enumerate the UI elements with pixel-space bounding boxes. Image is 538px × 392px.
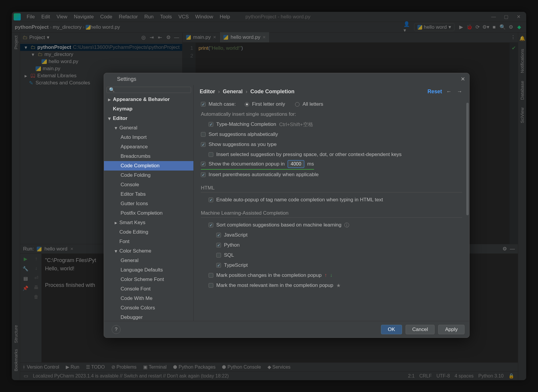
settings-search-input[interactable]: 🔍: [106, 87, 191, 93]
cat-smart-keys[interactable]: ▸Smart Keys: [104, 218, 193, 227]
crumb-editor[interactable]: Editor: [200, 89, 215, 95]
settings-breadcrumb: Editor › General › Code Completion Reset…: [194, 85, 469, 98]
checkbox-ml-sql[interactable]: [216, 253, 221, 258]
cat-cs-cwm[interactable]: Code With Me: [104, 294, 193, 303]
label-show-doc-pre: Show the documentation popup in: [209, 161, 285, 167]
nav-back-icon[interactable]: ←: [445, 89, 453, 95]
checkbox-show-doc[interactable]: [201, 162, 206, 166]
cat-appearance2[interactable]: Appearance: [104, 142, 193, 152]
app-logo-icon: [108, 76, 114, 82]
cat-cs-console-font[interactable]: Console Font: [104, 284, 193, 294]
label-type-matching: Type-Matching Completion: [216, 121, 276, 127]
cat-code-completion[interactable]: Code Completion: [104, 161, 193, 171]
settings-tree: 🔍 ▸Appearance & Behavior Keymap ▾Editor …: [104, 85, 194, 321]
cat-editor[interactable]: ▾Editor: [104, 114, 193, 123]
checkbox-mark-position[interactable]: [209, 273, 213, 278]
label-insert-selected: Insert selected suggestion by pressing s…: [216, 152, 402, 158]
section-ml: Machine Learning-Assisted Completion: [201, 210, 462, 218]
label-show-suggestions: Show suggestions as you type: [209, 142, 277, 147]
cat-postfix[interactable]: Postfix Completion: [104, 208, 193, 218]
label-ml-js: JavaScript: [224, 232, 247, 238]
dialog-footer: ? OK Cancel Apply: [104, 321, 469, 338]
cat-cs-font[interactable]: Color Scheme Font: [104, 275, 193, 284]
cat-code-editing[interactable]: Code Editing: [104, 227, 193, 237]
dialog-titlebar: Settings ✕: [104, 73, 469, 85]
scrollbar-thumb[interactable]: [466, 103, 469, 215]
search-icon: 🔍: [109, 87, 115, 93]
checkbox-match-case[interactable]: [201, 102, 206, 107]
settings-content: Match case: First letter only All letter…: [194, 98, 469, 321]
label-mark-relevant: Mark the most relevant item in the compl…: [216, 282, 333, 288]
label-html-popup: Enable auto-popup of tag name code compl…: [216, 197, 383, 203]
checkbox-insert-selected[interactable]: [209, 152, 213, 157]
cat-cs-console-colors[interactable]: Console Colors: [104, 303, 193, 313]
cat-breadcrumbs[interactable]: Breadcrumbs: [104, 152, 193, 161]
hint-type-matching: Ctrl+Shift+空格: [279, 121, 313, 128]
cat-console[interactable]: Console: [104, 180, 193, 189]
label-ml-py: Python: [224, 242, 240, 248]
cat-general[interactable]: ▾General: [104, 123, 193, 133]
nav-forward-icon: →: [456, 89, 463, 95]
checkbox-html-popup[interactable]: [209, 197, 213, 202]
checkbox-ml-sort[interactable]: [209, 223, 213, 227]
label-all-letters: All letters: [302, 101, 323, 107]
cat-font[interactable]: Font: [104, 237, 193, 246]
help-icon[interactable]: ⓘ: [344, 222, 349, 229]
cat-cs-general[interactable]: General: [104, 256, 193, 265]
cat-gutter[interactable]: Gutter Icons: [104, 199, 193, 208]
cat-appearance[interactable]: ▸Appearance & Behavior: [104, 95, 193, 104]
checkbox-sort-alpha[interactable]: [201, 132, 206, 137]
label-mark-position: Mark position changes in the completion …: [216, 272, 321, 278]
cat-color-scheme[interactable]: ▾Color Scheme: [104, 246, 193, 256]
cat-keymap[interactable]: Keymap: [104, 104, 193, 114]
apply-button[interactable]: Apply: [438, 325, 465, 334]
label-ml-ts: TypeScript: [224, 262, 248, 268]
label-ml-sql: SQL: [224, 252, 234, 258]
checkbox-type-matching[interactable]: [209, 122, 213, 127]
crumb-code-completion: Code Completion: [250, 89, 294, 95]
cat-code-folding[interactable]: Code Folding: [104, 171, 193, 180]
label-insert-paren: Insert parentheses automatically when ap…: [209, 172, 318, 178]
cancel-button[interactable]: Cancel: [406, 325, 435, 334]
radio-first-letter[interactable]: [245, 102, 249, 107]
label-sort-alpha: Sort suggestions alphabetically: [209, 131, 278, 137]
crumb-general[interactable]: General: [223, 89, 243, 95]
label-show-doc-post: ms: [307, 161, 314, 167]
dialog-title: Settings: [117, 76, 136, 82]
checkbox-ml-py[interactable]: [216, 243, 221, 248]
help-button[interactable]: ?: [112, 325, 121, 334]
reset-button[interactable]: Reset: [427, 89, 442, 95]
cat-editor-tabs[interactable]: Editor Tabs: [104, 189, 193, 199]
label-first-letter: First letter only: [252, 101, 285, 107]
checkbox-ml-ts[interactable]: [216, 263, 221, 268]
checkbox-mark-relevant[interactable]: [209, 283, 213, 288]
ok-button[interactable]: OK: [381, 325, 402, 334]
cat-auto-import[interactable]: Auto Import: [104, 133, 193, 142]
input-doc-delay[interactable]: [288, 160, 304, 168]
label-ml-sort: Sort completion suggestions based on mac…: [216, 222, 341, 228]
label-auto-insert: Automatically insert single suggestions …: [201, 111, 296, 117]
dialog-close-icon[interactable]: ✕: [461, 76, 465, 82]
settings-dialog: Settings ✕ 🔍 ▸Appearance & Behavior Keym…: [104, 73, 470, 338]
section-html: HTML: [201, 185, 462, 192]
checkbox-insert-paren[interactable]: [201, 172, 206, 177]
radio-all-letters[interactable]: [295, 102, 300, 107]
label-match-case: Match case:: [209, 101, 236, 107]
checkbox-ml-js[interactable]: [216, 233, 221, 237]
cat-cs-lang[interactable]: Language Defaults: [104, 265, 193, 275]
checkbox-show-suggestions[interactable]: [201, 142, 206, 147]
